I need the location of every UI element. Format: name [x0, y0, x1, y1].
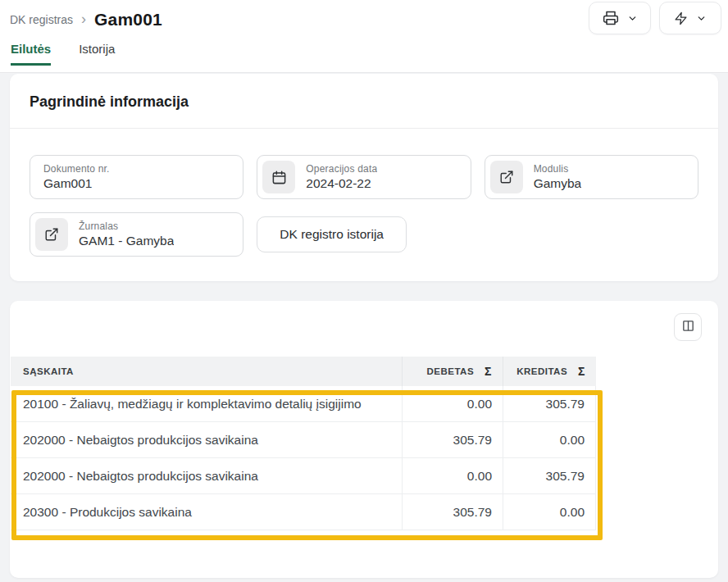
- field-value: GAM1 - Gamyba: [79, 234, 174, 248]
- print-dropdown-button[interactable]: [589, 2, 651, 34]
- table-row[interactable]: 20100 - Žaliavų, medžiagų ir komplektavi…: [11, 386, 596, 422]
- column-header-debetas[interactable]: DEBETAS Σ: [402, 357, 503, 386]
- credit-cell[interactable]: 0.00: [503, 494, 596, 530]
- card-title: Pagrindinė informacija: [30, 93, 698, 111]
- table-row[interactable]: 20300 - Produkcijos savikaina 305.79 0.0…: [11, 494, 596, 530]
- column-header-label: DEBETAS: [426, 366, 474, 376]
- field-value: Gam001: [43, 176, 110, 191]
- column-header-saskaita[interactable]: SĄSKAITA: [11, 357, 402, 386]
- chevron-down-icon: [627, 13, 638, 24]
- document-number-field[interactable]: Dokumento nr. Gam001: [30, 155, 243, 199]
- main-info-card: Pagrindinė informacija Dokumento nr. Gam…: [10, 74, 718, 281]
- printer-icon: [603, 10, 619, 26]
- field-label: Dokumento nr.: [43, 163, 110, 175]
- debit-cell[interactable]: 305.79: [402, 494, 503, 530]
- lightning-icon: [674, 11, 688, 25]
- tab-istorija[interactable]: Istorija: [79, 42, 115, 66]
- column-header-label: KREDITAS: [516, 366, 567, 376]
- calendar-icon: [262, 161, 295, 193]
- tab-bar: Eilutės Istorija: [10, 42, 718, 66]
- external-link-icon: [35, 218, 68, 251]
- header-actions: [589, 2, 721, 34]
- table-toolbar: [10, 301, 718, 357]
- credit-cell[interactable]: 305.79: [503, 458, 596, 494]
- table-body: 20100 - Žaliavų, medžiagų ir komplektavi…: [11, 386, 596, 530]
- entries-table-card: SĄSKAITA DEBETAS Σ KREDITAS Σ 20100 - Ža…: [10, 301, 718, 578]
- column-settings-button[interactable]: [674, 313, 702, 341]
- field-grid: Dokumento nr. Gam001 Operacijos data 202…: [10, 129, 718, 281]
- table-row[interactable]: 202000 - Nebaigtos produkcijos savikaina…: [11, 422, 596, 458]
- chevron-down-icon: [696, 13, 707, 24]
- field-value: 2024-02-22: [306, 176, 377, 191]
- page-content: Pagrindinė informacija Dokumento nr. Gam…: [0, 73, 728, 578]
- debit-cell[interactable]: 0.00: [402, 458, 503, 494]
- credit-cell[interactable]: 0.00: [503, 422, 596, 458]
- external-link-icon: [490, 161, 523, 193]
- sum-sigma-icon[interactable]: Σ: [578, 365, 585, 378]
- credit-cell[interactable]: 305.79: [503, 386, 596, 422]
- card-header: Pagrindinė informacija: [10, 74, 718, 129]
- tab-eilutes[interactable]: Eilutės: [11, 42, 51, 66]
- account-cell[interactable]: 202000 - Nebaigtos produkcijos savikaina: [11, 458, 402, 494]
- top-bar: DK registras › Gam001: [0, 0, 728, 73]
- column-header-kreditas[interactable]: KREDITAS Σ: [503, 357, 596, 386]
- breadcrumb-parent-link[interactable]: DK registras: [10, 13, 73, 26]
- dk-register-history-button[interactable]: DK registro istorija: [257, 216, 407, 252]
- page-title: Gam001: [94, 10, 162, 30]
- account-cell[interactable]: 20300 - Produkcijos savikaina: [11, 494, 402, 530]
- chevron-right-icon: ›: [81, 11, 86, 26]
- debit-cell[interactable]: 0.00: [402, 386, 503, 422]
- field-label: Žurnalas: [79, 221, 174, 232]
- debit-cell[interactable]: 305.79: [402, 422, 503, 458]
- field-value: Gamyba: [534, 176, 582, 191]
- table-row[interactable]: 202000 - Nebaigtos produkcijos savikaina…: [11, 458, 596, 494]
- sum-sigma-icon[interactable]: Σ: [485, 365, 492, 378]
- field-label: Modulis: [534, 163, 582, 175]
- entries-table: SĄSKAITA DEBETAS Σ KREDITAS Σ 20100 - Ža…: [10, 357, 718, 530]
- columns-icon: [681, 319, 695, 335]
- module-field[interactable]: Modulis Gamyba: [485, 155, 698, 199]
- account-cell[interactable]: 202000 - Nebaigtos produkcijos savikaina: [11, 422, 402, 458]
- field-label: Operacijos data: [306, 163, 377, 175]
- actions-dropdown-button[interactable]: [659, 2, 721, 34]
- table-header-row: SĄSKAITA DEBETAS Σ KREDITAS Σ: [11, 357, 596, 386]
- account-cell[interactable]: 20100 - Žaliavų, medžiagų ir komplektavi…: [11, 386, 402, 422]
- operation-date-field[interactable]: Operacijos data 2024-02-22: [257, 155, 471, 199]
- journal-field[interactable]: Žurnalas GAM1 - Gamyba: [30, 212, 243, 257]
